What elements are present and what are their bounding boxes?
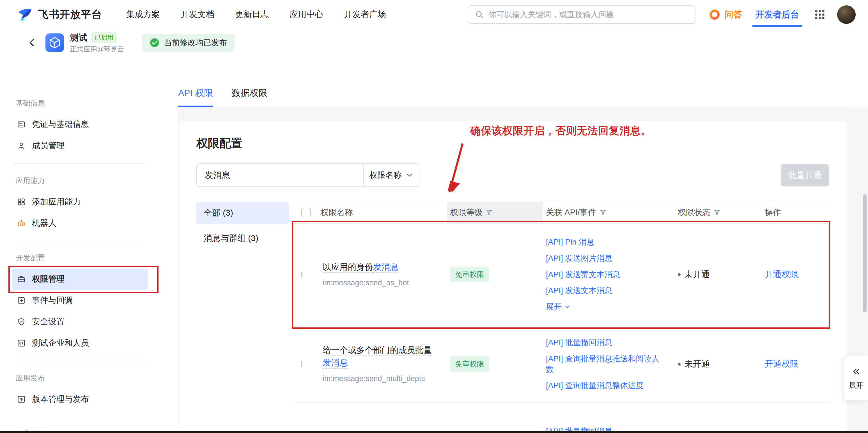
permission-search-input[interactable] <box>197 170 363 180</box>
scrollbar[interactable] <box>863 194 867 312</box>
nav-item-solutions[interactable]: 集成方案 <box>126 9 160 20</box>
level-badge: 免审权限 <box>450 356 489 372</box>
feishu-logo-icon <box>17 6 33 23</box>
nav-item-dev-console[interactable]: 开发者后台 <box>755 9 799 21</box>
grid-plus-icon <box>17 197 26 206</box>
app-icon <box>45 33 64 52</box>
sidebar-section-capabilities: 应用能力 <box>16 176 144 185</box>
sidebar-item-credentials[interactable]: 凭证与基础信息 <box>12 114 148 135</box>
api-link[interactable]: [API] 发送富文本消息 <box>546 269 665 280</box>
chevron-down-icon <box>406 171 413 179</box>
back-chevron-icon <box>27 37 37 48</box>
enabled-badge: 已启用 <box>91 32 117 43</box>
back-button[interactable] <box>26 36 38 49</box>
tab-data-permissions[interactable]: 数据权限 <box>231 87 267 107</box>
col-api: 关联 API/事件 <box>546 207 596 218</box>
qa-label: 问答 <box>725 9 742 21</box>
qa-link[interactable]: 问答 <box>708 8 742 21</box>
sidebar-item-security[interactable]: 安全设置 <box>12 311 148 333</box>
table-header: 权限名称 权限等级 关联 API/事件 权限状态 <box>294 202 829 224</box>
category-all[interactable]: 全部 (3) <box>196 202 289 224</box>
sidebar-section-devconfig: 开发配置 <box>16 253 144 263</box>
filter-icon[interactable] <box>486 209 493 216</box>
api-list: [API] 批量撤回消息 [API] 查询批量消息推送和阅读人数 [API] 查… <box>542 329 674 399</box>
window-edge <box>0 431 868 433</box>
permission-code: im:message:send_as_bot <box>322 277 438 289</box>
sidebar-item-bot[interactable]: 机器人 <box>12 212 148 234</box>
nav-item-appcenter[interactable]: 应用中心 <box>289 9 323 20</box>
api-link[interactable]: [API] 查询批量消息整体进度 <box>546 380 665 391</box>
publish-status-pill: 当前修改均已发布 <box>142 34 235 52</box>
row-checkbox[interactable] <box>301 361 303 367</box>
api-link[interactable]: [API] 发送图片消息 <box>546 253 665 264</box>
nav-item-changelog[interactable]: 更新日志 <box>235 9 269 20</box>
id-card-icon <box>17 120 26 129</box>
status-cell: 未开通 <box>674 358 761 370</box>
status-dot <box>678 273 681 276</box>
chevron-down-icon <box>564 303 571 311</box>
brand-name: 飞书开放平台 <box>38 7 102 22</box>
permission-name[interactable]: 以应用的身份发消息 <box>322 262 398 271</box>
tab-api-permissions[interactable]: API 权限 <box>178 87 213 107</box>
nav-item-devplaza[interactable]: 开发者广场 <box>344 9 386 20</box>
main-content: API 权限 数据权限 权限配置 确保该权限开启，否则无法回复消息。 <box>158 56 868 433</box>
square-plus-icon <box>17 296 26 305</box>
api-link[interactable]: [API] 发送文本消息 <box>546 285 665 296</box>
search-field-select[interactable]: 权限名称 <box>363 164 419 186</box>
grid-icon <box>813 8 826 21</box>
category-list: 全部 (3) 消息与群组 (3) <box>196 202 289 433</box>
filter-icon[interactable] <box>714 209 720 216</box>
category-im[interactable]: 消息与群组 (3) <box>196 227 289 249</box>
sidebar-item-members[interactable]: 成员管理 <box>12 135 148 156</box>
card-area: 权限配置 确保该权限开启，否则无法回复消息。 权限名称 <box>178 107 868 433</box>
page-title: 权限配置 <box>196 136 829 151</box>
qa-icon <box>708 8 721 21</box>
permission-config-card: 权限配置 确保该权限开启，否则无法回复消息。 权限名称 <box>178 121 847 433</box>
apps-grid-button[interactable] <box>813 8 826 21</box>
expand-panel-button[interactable]: 展开 <box>844 356 868 400</box>
table-toolbar: 权限名称 批量开通 <box>196 164 829 187</box>
api-link[interactable]: [API] Pin 消息 <box>546 237 665 248</box>
col-name: 权限名称 <box>320 207 353 218</box>
user-avatar[interactable] <box>837 5 856 24</box>
open-permission-link[interactable]: 开通权限 <box>761 359 799 368</box>
select-all-checkbox[interactable] <box>301 208 311 217</box>
filter-icon[interactable] <box>599 209 606 216</box>
row-checkbox[interactable] <box>301 271 303 278</box>
sidebar-item-version-release[interactable]: 版本管理与发布 <box>12 388 148 410</box>
annotation-rect-sidebar <box>8 266 158 293</box>
api-link[interactable]: [API] 批量撤回消息 <box>546 337 665 348</box>
nav-item-docs[interactable]: 开发文档 <box>181 9 214 20</box>
robot-icon <box>17 219 26 228</box>
app-header: 测试 已启用 正式应用@环界云 当前修改均已发布 <box>0 29 868 56</box>
level-badge: 免审权限 <box>450 267 489 282</box>
sidebar-item-permissions[interactable]: 权限管理 <box>12 268 148 290</box>
permission-name[interactable]: 给一个或多个部门的成员批量发消息 <box>322 345 432 367</box>
expand-api-list[interactable]: 展开 <box>546 301 665 312</box>
sidebar-item-add-capability[interactable]: 添加应用能力 <box>12 191 148 212</box>
app-meta: 测试 已启用 正式应用@环界云 <box>70 32 124 54</box>
feishu-logo[interactable]: 飞书开放平台 <box>17 6 102 23</box>
batch-open-button[interactable]: 批量开通 <box>781 164 829 186</box>
col-level: 权限等级 <box>450 207 483 218</box>
sidebar-item-test-org[interactable]: 测试企业和人员 <box>12 333 148 354</box>
global-search[interactable] <box>468 5 695 24</box>
table-row: 给多个用户批量发消息 [API] 批量撤回消息 [API] 查询批量消息推送和阅… <box>294 403 829 433</box>
permission-table: 权限名称 权限等级 关联 API/事件 权限状态 <box>294 202 829 433</box>
code-square-icon <box>17 339 26 348</box>
permission-search-group: 权限名称 <box>196 164 420 187</box>
api-list: [API] Pin 消息 [API] 发送图片消息 [API] 发送富文本消息 … <box>542 228 674 321</box>
global-search-input[interactable] <box>489 10 688 19</box>
table-row: 给一个或多个部门的成员批量发消息 im:message:send_multi_d… <box>294 326 829 403</box>
briefcase-icon <box>17 275 26 284</box>
sidebar-section-release: 应用发布 <box>16 373 144 383</box>
sidebar-item-events[interactable]: 事件与回调 <box>12 290 148 311</box>
sidebar-divider <box>13 361 146 362</box>
col-status: 权限状态 <box>678 207 710 218</box>
double-chevron-left-icon <box>851 367 861 376</box>
api-link[interactable]: [API] 查询批量消息推送和阅读人数 <box>546 353 665 375</box>
open-permission-link[interactable]: 开通权限 <box>761 269 799 279</box>
app-subtitle: 正式应用@环界云 <box>70 45 124 54</box>
annotation-text: 确保该权限开启，否则无法回复消息。 <box>470 124 651 138</box>
search-icon <box>475 10 484 19</box>
